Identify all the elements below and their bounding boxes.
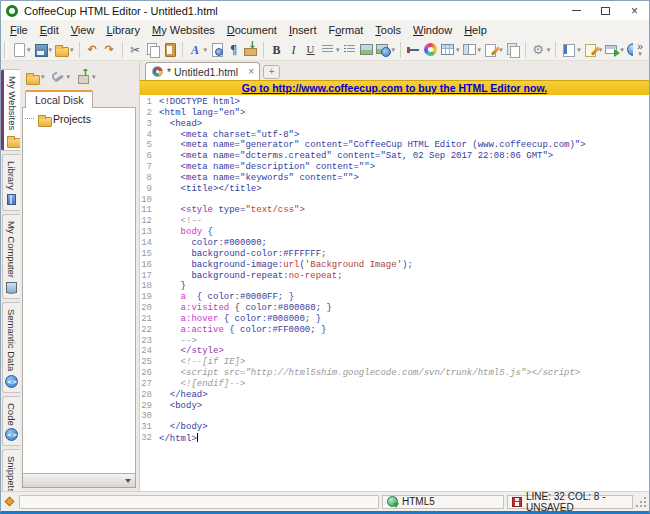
web-globe-button[interactable]: ▾ bbox=[625, 41, 633, 58]
tab-close-icon[interactable]: × bbox=[242, 66, 254, 77]
table-button[interactable]: ▾ bbox=[439, 41, 461, 58]
preview-browser-icon bbox=[604, 42, 619, 57]
sidebar-tab-snippets[interactable]: Snippets bbox=[2, 449, 20, 491]
preview-browser-button[interactable]: ▾ bbox=[603, 41, 625, 58]
maximize-button[interactable] bbox=[591, 1, 620, 20]
line-number: 3 bbox=[140, 119, 159, 130]
tree-item-projects[interactable]: Projects bbox=[23, 108, 135, 127]
settings-button[interactable]: ▾ bbox=[530, 41, 552, 58]
document-tab-untitled1[interactable]: * Untitled1.html × bbox=[145, 62, 260, 80]
new-tab-button[interactable]: + bbox=[263, 65, 280, 79]
new-document-icon bbox=[11, 42, 26, 57]
line-number: 32 bbox=[140, 433, 159, 445]
code-line: 13 body { bbox=[140, 227, 649, 238]
paste-button[interactable] bbox=[161, 41, 178, 58]
frames-button[interactable]: ▾ bbox=[461, 41, 483, 58]
edit-code-icon bbox=[483, 42, 498, 57]
line-number: 18 bbox=[140, 281, 159, 292]
cut-button[interactable] bbox=[127, 41, 144, 58]
insert-image-button[interactable] bbox=[358, 41, 375, 58]
line-number: 25 bbox=[140, 357, 159, 368]
font-button[interactable]: ▾ bbox=[187, 41, 209, 58]
notepad-button[interactable]: ▾ bbox=[582, 41, 604, 58]
sidebar-toolbar: ▾▾▾ bbox=[22, 65, 136, 89]
paragraph-button[interactable] bbox=[225, 41, 242, 58]
computer-icon bbox=[5, 281, 18, 294]
sidebar-tab-label: Code bbox=[6, 403, 17, 426]
color-wheel-button[interactable] bbox=[422, 41, 439, 58]
undo-button[interactable] bbox=[84, 41, 101, 58]
menu-help[interactable]: Help bbox=[458, 22, 493, 38]
settings-icon bbox=[531, 42, 546, 57]
new-document-button[interactable]: ▾ bbox=[10, 41, 32, 58]
unsaved-floppy-icon bbox=[512, 497, 522, 507]
menu-insert[interactable]: Insert bbox=[283, 22, 323, 38]
toolbar-grip[interactable] bbox=[4, 42, 7, 58]
editor-column: * Untitled1.html × + Go to http://www.co… bbox=[140, 61, 649, 491]
document-tab-label: * Untitled1.html bbox=[167, 66, 238, 78]
sidebar-tab-library[interactable]: Library bbox=[2, 154, 20, 211]
bold-button[interactable] bbox=[268, 41, 285, 58]
menu-edit[interactable]: Edit bbox=[34, 22, 65, 38]
menu-view[interactable]: View bbox=[65, 22, 101, 38]
address-book-icon bbox=[561, 42, 576, 57]
line-number: 11 bbox=[140, 205, 159, 216]
image-library-icon bbox=[376, 42, 391, 57]
dropdown-arrow-icon: ▾ bbox=[27, 46, 31, 54]
line-number: 5 bbox=[140, 140, 159, 151]
code-line: 26 <script src="http://html5shim.googlec… bbox=[140, 368, 649, 379]
code-text: <meta charset="utf-8"> bbox=[159, 130, 299, 141]
text-caret bbox=[197, 433, 198, 442]
menu-tools[interactable]: Tools bbox=[369, 22, 407, 38]
line-number: 14 bbox=[140, 238, 159, 249]
menu-file[interactable]: File bbox=[4, 22, 34, 38]
redo-button[interactable] bbox=[101, 41, 118, 58]
save-button[interactable]: ▾ bbox=[32, 41, 54, 58]
list-button[interactable] bbox=[341, 41, 358, 58]
publish-button[interactable]: ▾ bbox=[75, 69, 97, 86]
resize-grip[interactable] bbox=[635, 496, 647, 508]
tab-local-disk[interactable]: Local Disk bbox=[25, 90, 93, 108]
sidebar-tab-code[interactable]: Code bbox=[2, 396, 20, 447]
clipboard-button[interactable] bbox=[504, 41, 521, 58]
minimize-button[interactable] bbox=[562, 1, 591, 20]
italic-button[interactable] bbox=[285, 41, 302, 58]
sidebar-tab-my-computer[interactable]: My Computer bbox=[2, 214, 20, 299]
menu-my-websites[interactable]: My Websites bbox=[146, 22, 221, 38]
file-tree[interactable]: Projects bbox=[22, 108, 136, 474]
copy-button[interactable] bbox=[144, 41, 161, 58]
open-file-button[interactable]: ▾ bbox=[24, 69, 46, 86]
upload-file-button[interactable] bbox=[242, 41, 259, 58]
wrench-button[interactable]: ▾ bbox=[50, 69, 72, 86]
buy-link[interactable]: Go to http://www.coffeecup.com to buy th… bbox=[242, 82, 547, 94]
underline-button[interactable] bbox=[302, 41, 319, 58]
menu-library[interactable]: Library bbox=[100, 22, 146, 38]
code-line: 25 <!--[if IE]> bbox=[140, 357, 649, 368]
align-button[interactable]: ▾ bbox=[319, 41, 341, 58]
menu-window[interactable]: Window bbox=[407, 22, 458, 38]
horizontal-rule-button[interactable] bbox=[405, 41, 422, 58]
code-editor[interactable]: 1<!DOCTYPE html>2<html lang="en">3 <head… bbox=[140, 95, 649, 491]
menu-format[interactable]: Format bbox=[322, 22, 369, 38]
line-number: 22 bbox=[140, 325, 159, 336]
sidebar-tab-semantic-data[interactable]: Semantic Data bbox=[2, 302, 20, 392]
image-library-button[interactable]: ▾ bbox=[375, 41, 397, 58]
menu-document[interactable]: Document bbox=[221, 22, 283, 38]
toolbar-overflow-button[interactable]: »▾ bbox=[633, 42, 647, 58]
code-text: <!--[if IE]> bbox=[159, 357, 245, 368]
status-diamond-icon bbox=[5, 497, 15, 507]
code-text: </body> bbox=[159, 422, 208, 433]
edit-code-button[interactable]: ▾ bbox=[482, 41, 504, 58]
sidebar-tab-label: Semantic Data bbox=[6, 309, 17, 371]
title-bar: CoffeeCup HTML Editor - Untitled1.html × bbox=[1, 1, 649, 20]
close-button[interactable]: × bbox=[620, 1, 649, 20]
dropdown-arrow-icon: ▾ bbox=[70, 46, 74, 54]
sidebar-tab-my-websites[interactable]: My Websites bbox=[1, 69, 20, 151]
dropdown-arrow-icon: ▾ bbox=[49, 46, 53, 54]
address-book-button[interactable]: ▾ bbox=[560, 41, 582, 58]
upload-file-icon bbox=[243, 42, 258, 57]
insert-bookmark-button[interactable] bbox=[208, 41, 225, 58]
open-file-button[interactable]: ▾ bbox=[53, 41, 75, 58]
line-number: 30 bbox=[140, 411, 159, 422]
panel-scrollbar[interactable] bbox=[22, 474, 136, 488]
